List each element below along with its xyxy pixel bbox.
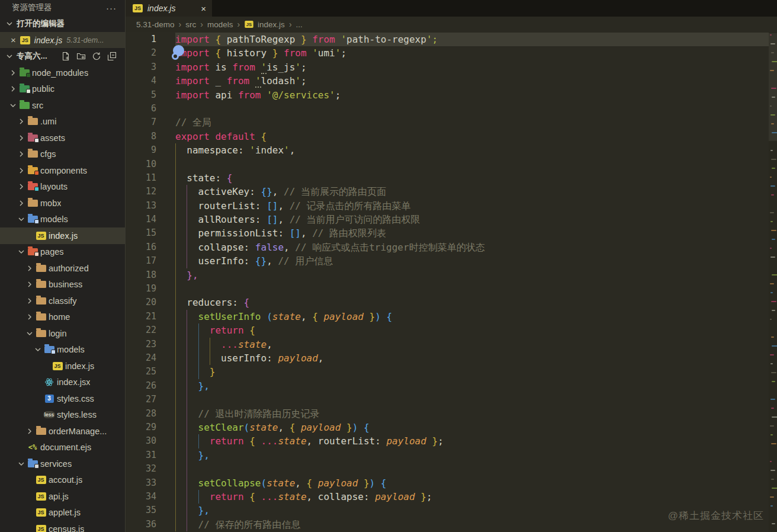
tree-folder-models[interactable]: models xyxy=(0,342,125,358)
minimap[interactable] xyxy=(769,32,777,532)
code-line-26[interactable]: 26 }, xyxy=(126,379,769,393)
tree-file-document-ejs[interactable]: <%document.ejs xyxy=(0,440,125,456)
line-number[interactable]: 12 xyxy=(126,185,156,198)
tree-folder-public[interactable]: public xyxy=(0,81,125,98)
tree-folder-cfgs[interactable]: cfgs xyxy=(0,146,125,163)
tree-file-styles-less[interactable]: lessstyles.less xyxy=(0,407,125,424)
code-line-1[interactable]: 1import { pathToRegexp } from 'path-to-r… xyxy=(126,33,769,46)
refresh-icon[interactable] xyxy=(92,52,101,61)
code-line-3[interactable]: 3import is from 'is_js'; xyxy=(126,60,769,74)
new-folder-icon[interactable] xyxy=(76,52,86,61)
tree-file-index-js[interactable]: JSindex.js xyxy=(0,358,125,374)
code-line-6[interactable]: 6 xyxy=(126,102,769,116)
line-number[interactable]: 21 xyxy=(126,310,156,323)
code-line-14[interactable]: 14 allRouters: [], // 当前用户可访问的路由权限 xyxy=(126,213,769,226)
code-line-23[interactable]: 23 ...state, xyxy=(126,338,769,351)
tab-index-js[interactable]: JS index.js × xyxy=(126,0,212,17)
line-number[interactable]: 15 xyxy=(126,226,156,240)
code-line-20[interactable]: 20 reducers: { xyxy=(126,296,769,309)
tree-file-index-jsx[interactable]: index.jsx xyxy=(0,374,125,391)
code-line-5[interactable]: 5import api from '@/services'; xyxy=(126,88,769,102)
line-number[interactable]: 29 xyxy=(126,421,156,434)
code-line-4[interactable]: 4import _ from 'lodash'; xyxy=(126,74,769,88)
tree-folder-mobx[interactable]: mobx xyxy=(0,195,125,211)
breadcrumb-item--[interactable]: ... xyxy=(296,20,303,29)
line-number[interactable]: 24 xyxy=(126,351,156,365)
code-line-28[interactable]: 28 // 退出时清除路由历史记录 xyxy=(126,407,769,421)
close-editor-icon[interactable]: × xyxy=(11,36,16,44)
code-line-16[interactable]: 16 collapse: false, // 响应式或点击trigger时控制菜… xyxy=(126,241,769,254)
line-number[interactable]: 6 xyxy=(126,102,156,116)
tree-folder--umi[interactable]: .umi xyxy=(0,114,125,130)
tree-folder-components[interactable]: components xyxy=(0,162,125,179)
line-number[interactable]: 27 xyxy=(126,393,156,406)
line-number[interactable]: 35 xyxy=(126,504,156,517)
tree-file-styles-css[interactable]: 3styles.css xyxy=(0,390,125,407)
code-line-33[interactable]: 33 setCollapse(state, { payload }) { xyxy=(126,476,769,490)
line-number[interactable]: 9 xyxy=(126,143,156,157)
line-number[interactable]: 26 xyxy=(126,379,156,393)
code-line-25[interactable]: 25 } xyxy=(126,365,769,379)
breadcrumb-item-index-js[interactable]: JSindex.js xyxy=(244,20,285,29)
code-line-19[interactable]: 19 xyxy=(126,282,769,296)
tree-folder-business[interactable]: business xyxy=(0,277,125,293)
line-number[interactable]: 23 xyxy=(126,338,156,351)
code-line-8[interactable]: 8export default { xyxy=(126,130,769,143)
tree-file-census-js[interactable]: JScensus.js xyxy=(0,521,125,532)
tree-folder-services[interactable]: services xyxy=(0,456,125,472)
code-line-27[interactable]: 27 xyxy=(126,393,769,406)
code-line-13[interactable]: 13 routerList: [], // 记录点击的所有路由菜单 xyxy=(126,199,769,213)
line-number[interactable]: 1 xyxy=(126,33,156,46)
breadcrumb-item-5-31-demo[interactable]: 5.31-demo xyxy=(136,20,175,29)
tree-folder-layouts[interactable]: layouts xyxy=(0,179,125,196)
code-line-17[interactable]: 17 userInfo: {}, // 用户信息 xyxy=(126,254,769,268)
code-line-22[interactable]: 22 return { xyxy=(126,323,769,337)
line-number[interactable]: 33 xyxy=(126,476,156,490)
new-file-icon[interactable] xyxy=(61,52,70,61)
code-line-34[interactable]: 34 return { ...state, collapse: payload … xyxy=(126,490,769,504)
project-section-header[interactable]: 专高六... xyxy=(0,48,125,65)
line-number[interactable]: 5 xyxy=(126,88,156,102)
tree-folder-login[interactable]: login xyxy=(0,325,125,342)
code-editor[interactable]: 1import { pathToRegexp } from 'path-to-r… xyxy=(126,32,777,532)
line-number[interactable]: 16 xyxy=(126,241,156,254)
code-line-30[interactable]: 30 return { ...state, routerList: payloa… xyxy=(126,434,769,448)
tree-folder-assets[interactable]: assets xyxy=(0,130,125,146)
line-number[interactable]: 2 xyxy=(126,46,156,60)
tree-folder-pages[interactable]: pages xyxy=(0,244,125,261)
tree-folder-home[interactable]: home xyxy=(0,309,125,326)
tree-file-index-js[interactable]: JSindex.js xyxy=(0,227,125,244)
line-number[interactable]: 13 xyxy=(126,199,156,213)
tab-close-icon[interactable]: × xyxy=(201,4,206,14)
line-number[interactable]: 36 xyxy=(126,518,156,531)
code-line-9[interactable]: 9 namespace: 'index', xyxy=(126,143,769,157)
line-number[interactable]: 34 xyxy=(126,490,156,504)
code-line-24[interactable]: 24 userInfo: payload, xyxy=(126,351,769,365)
tree-folder-authorized[interactable]: authorized xyxy=(0,260,125,277)
line-number[interactable]: 18 xyxy=(126,268,156,282)
code-line-11[interactable]: 11 state: { xyxy=(126,171,769,185)
line-number[interactable]: 17 xyxy=(126,254,156,268)
tree-folder-node-modules[interactable]: node_modules xyxy=(0,65,125,81)
line-number[interactable]: 20 xyxy=(126,296,156,309)
code-line-35[interactable]: 35 }, xyxy=(126,504,769,517)
line-number[interactable]: 30 xyxy=(126,434,156,448)
code-line-36[interactable]: 36 // 保存的所有路由信息 xyxy=(126,518,769,531)
line-number[interactable]: 3 xyxy=(126,60,156,74)
code-area[interactable]: 1import { pathToRegexp } from 'path-to-r… xyxy=(126,32,769,532)
code-line-10[interactable]: 10 xyxy=(126,158,769,171)
line-number[interactable]: 8 xyxy=(126,130,156,143)
line-number[interactable]: 31 xyxy=(126,448,156,462)
more-actions-icon[interactable]: ··· xyxy=(106,3,117,13)
line-number[interactable]: 28 xyxy=(126,407,156,421)
collapse-all-icon[interactable] xyxy=(107,52,117,61)
code-line-7[interactable]: 7// 全局 xyxy=(126,116,769,129)
tree-file-api-js[interactable]: JSapi.js xyxy=(0,488,125,505)
minimap-view-region[interactable] xyxy=(769,33,777,141)
breadcrumb-item-models[interactable]: models xyxy=(207,20,233,29)
tree-folder-models[interactable]: models xyxy=(0,211,125,228)
line-number[interactable]: 4 xyxy=(126,74,156,88)
tree-file-applet-js[interactable]: JSapplet.js xyxy=(0,505,125,521)
code-line-32[interactable]: 32 xyxy=(126,462,769,476)
line-number[interactable]: 19 xyxy=(126,282,156,296)
